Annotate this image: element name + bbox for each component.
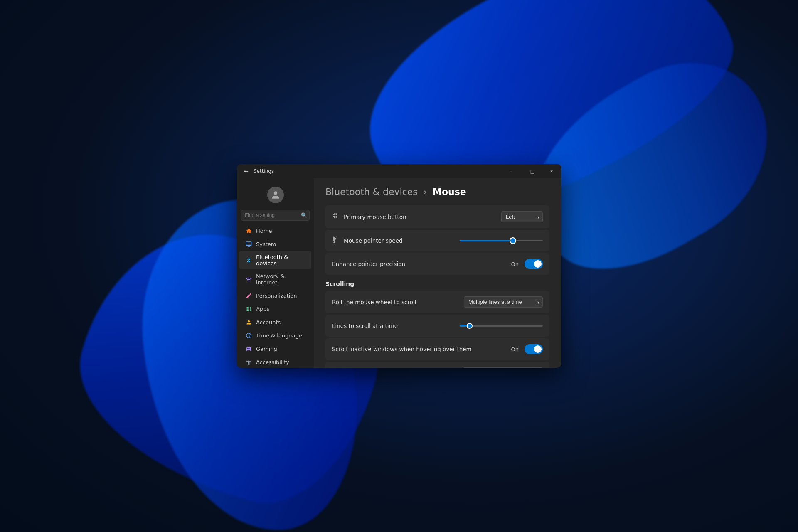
lines-to-scroll-card: Lines to scroll at a time — [325, 315, 549, 337]
lines-to-scroll-label: Lines to scroll at a time — [332, 323, 460, 329]
sidebar-item-home[interactable]: Home — [239, 224, 311, 237]
scroll-inactive-toggle-row: On — [511, 344, 543, 354]
breadcrumb-current: Mouse — [433, 187, 466, 197]
personalization-icon — [245, 292, 252, 299]
roll-mouse-wheel-select[interactable]: Multiple lines at a time One screen at a… — [464, 296, 543, 308]
roll-mouse-wheel-card: Roll the mouse wheel to scroll Multiple … — [325, 291, 549, 313]
sidebar-item-personalization[interactable]: Personalization — [239, 289, 311, 302]
breadcrumb-parent: Bluetooth & devices — [325, 187, 418, 197]
network-icon — [245, 276, 252, 283]
search-box[interactable]: 🔍 — [241, 210, 310, 221]
enhance-precision-card: Enhance pointer precision On — [325, 253, 549, 275]
sidebar-item-network[interactable]: Network & internet — [239, 270, 311, 288]
enhance-precision-status: On — [511, 261, 519, 267]
mouse-pointer-speed-label: Mouse pointer speed — [344, 237, 460, 244]
sidebar-item-network-label: Network & internet — [256, 273, 305, 286]
sidebar-item-system-label: System — [256, 241, 276, 247]
breadcrumb: Bluetooth & devices › Mouse — [325, 187, 549, 197]
scrolling-section-header: Scrolling — [325, 281, 549, 287]
roll-mouse-wheel-dropdown-wrapper: Multiple lines at a time One screen at a… — [464, 296, 543, 308]
search-icon: 🔍 — [301, 212, 307, 218]
sidebar-item-accounts-label: Accounts — [256, 319, 281, 325]
sidebar-item-home-label: Home — [256, 228, 272, 234]
pointer-speed-icon — [332, 236, 339, 245]
accounts-icon — [245, 319, 252, 325]
primary-mouse-button-dropdown-wrapper: Left Right ▾ — [501, 211, 543, 222]
bluetooth-icon — [245, 257, 252, 264]
enhance-precision-toggle-row: On — [511, 259, 543, 269]
lines-to-scroll-slider[interactable] — [460, 325, 543, 327]
mouse-button-icon — [332, 213, 339, 221]
scroll-inactive-card: Scroll inactive windows when hovering ov… — [325, 338, 549, 360]
avatar-area — [237, 182, 314, 210]
sidebar-item-gaming[interactable]: Gaming — [239, 342, 311, 355]
minimize-button[interactable]: — — [504, 164, 523, 178]
sidebar-item-system[interactable]: System — [239, 238, 311, 250]
breadcrumb-separator: › — [423, 187, 430, 197]
back-button[interactable]: ← — [242, 167, 250, 175]
main-content: Bluetooth & devices › Mouse Primary mous… — [314, 178, 561, 368]
sidebar-item-accessibility-label: Accessibility — [256, 359, 289, 365]
roll-mouse-wheel-label: Roll the mouse wheel to scroll — [332, 299, 464, 305]
sidebar-item-personalization-label: Personalization — [256, 293, 297, 299]
avatar — [267, 187, 284, 203]
system-icon — [245, 241, 252, 247]
scroll-inactive-label: Scroll inactive windows when hovering ov… — [332, 346, 511, 352]
primary-mouse-button-select[interactable]: Left Right — [501, 211, 543, 222]
sidebar-item-accessibility[interactable]: Accessibility — [239, 356, 311, 368]
gaming-icon — [245, 345, 252, 352]
scrolling-direction-dropdown-wrapper: Down motion scrolls down Down motion scr… — [463, 367, 543, 368]
scroll-inactive-toggle[interactable] — [525, 344, 543, 354]
maximize-button[interactable]: □ — [523, 164, 542, 178]
scrolling-direction-card: Scrolling direction Down motion scrolls … — [325, 362, 549, 368]
scroll-inactive-thumb — [534, 345, 542, 353]
home-icon — [245, 227, 252, 234]
sidebar-item-apps-label: Apps — [256, 306, 269, 312]
accessibility-icon — [245, 359, 252, 365]
enhance-precision-label: Enhance pointer precision — [332, 261, 511, 267]
pointer-speed-slider[interactable] — [460, 240, 543, 241]
pointer-speed-slider-wrapper — [460, 240, 543, 241]
search-input[interactable] — [241, 210, 310, 221]
scrolling-direction-select[interactable]: Down motion scrolls down Down motion scr… — [463, 367, 543, 368]
close-button[interactable]: ✕ — [542, 164, 561, 178]
enhance-precision-toggle[interactable] — [525, 259, 543, 269]
sidebar-item-gaming-label: Gaming — [256, 346, 277, 352]
mouse-pointer-speed-card: Mouse pointer speed — [325, 230, 549, 251]
title-bar: ← Settings — □ ✕ — [237, 164, 561, 178]
enhance-precision-thumb — [534, 260, 542, 268]
window-body: 🔍 Home System Bluetooth & devices — [237, 178, 561, 368]
apps-icon — [245, 305, 252, 312]
sidebar-item-time[interactable]: Time & language — [239, 329, 311, 342]
sidebar-item-bluetooth-label: Bluetooth & devices — [256, 254, 305, 266]
primary-mouse-button-card: Primary mouse button Left Right ▾ — [325, 205, 549, 228]
sidebar-item-accounts[interactable]: Accounts — [239, 316, 311, 328]
time-icon — [245, 332, 252, 339]
sidebar-item-time-label: Time & language — [256, 332, 302, 339]
sidebar-item-apps[interactable]: Apps — [239, 303, 311, 315]
sidebar: 🔍 Home System Bluetooth & devices — [237, 178, 314, 368]
lines-to-scroll-slider-wrapper — [460, 325, 543, 327]
sidebar-item-bluetooth[interactable]: Bluetooth & devices — [239, 251, 311, 269]
scroll-inactive-status: On — [511, 346, 519, 352]
primary-mouse-button-label: Primary mouse button — [344, 214, 501, 220]
window-controls: — □ ✕ — [504, 164, 561, 178]
settings-window: ← Settings — □ ✕ 🔍 — [237, 164, 561, 368]
